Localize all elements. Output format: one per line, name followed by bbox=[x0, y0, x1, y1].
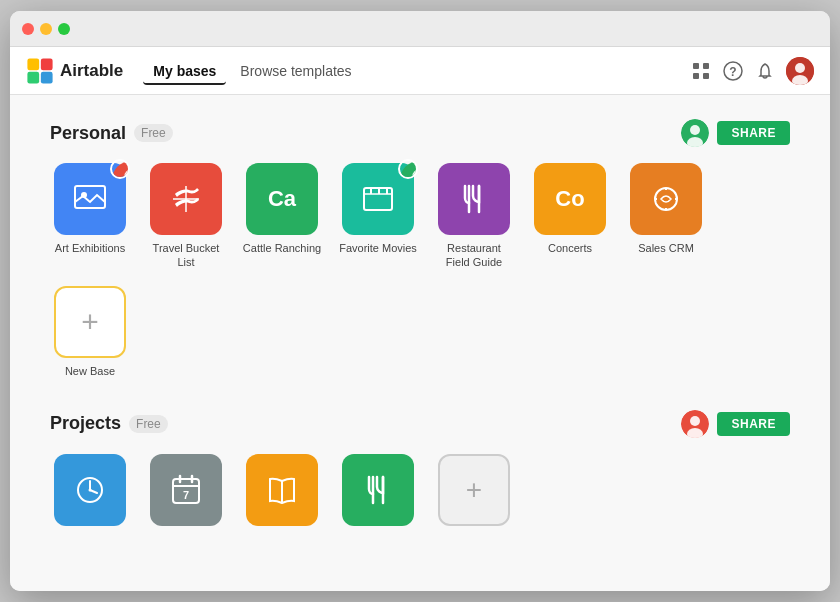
logo-area: Airtable bbox=[26, 57, 123, 85]
svg-rect-6 bbox=[693, 73, 699, 79]
personal-bases-grid: Art Exhibitions Travel Bucket List bbox=[50, 163, 790, 378]
project-icon-1 bbox=[54, 454, 126, 526]
base-name-sales-crm: Sales CRM bbox=[638, 241, 694, 255]
base-icon-cattle: Ca bbox=[246, 163, 318, 235]
base-sales-crm[interactable]: Sales CRM bbox=[626, 163, 706, 270]
svg-text:7: 7 bbox=[183, 489, 189, 501]
personal-badge: Free bbox=[134, 124, 173, 142]
base-name-concerts: Concerts bbox=[548, 241, 592, 255]
svg-rect-1 bbox=[41, 58, 53, 70]
base-name-cattle: Cattle Ranching bbox=[243, 241, 321, 255]
projects-badge: Free bbox=[129, 415, 168, 433]
svg-point-22 bbox=[400, 161, 418, 179]
project-icon-3 bbox=[246, 454, 318, 526]
base-icon-sales-crm bbox=[630, 163, 702, 235]
user-avatar[interactable] bbox=[786, 57, 814, 85]
logo-text: Airtable bbox=[60, 61, 123, 81]
project-new-base-plus-icon: + bbox=[466, 476, 482, 504]
nav-links: My bases Browse templates bbox=[143, 57, 690, 85]
project-new-base-icon: + bbox=[438, 454, 510, 526]
projects-title-group: Projects Free bbox=[50, 413, 168, 434]
svg-text:Co: Co bbox=[555, 186, 584, 211]
project-icon-2: 7 bbox=[150, 454, 222, 526]
base-favorite-movies[interactable]: Favorite Movies bbox=[338, 163, 418, 270]
personal-share-avatar bbox=[681, 119, 709, 147]
base-name-movies: Favorite Movies bbox=[339, 241, 417, 255]
projects-title: Projects bbox=[50, 413, 121, 434]
base-travel-bucket-list[interactable]: Travel Bucket List bbox=[146, 163, 226, 270]
svg-point-14 bbox=[690, 125, 700, 135]
svg-point-39 bbox=[690, 416, 700, 426]
app-window: Airtable My bases Browse templates ? bbox=[10, 11, 830, 591]
apps-icon[interactable] bbox=[690, 60, 712, 82]
svg-rect-4 bbox=[693, 63, 699, 69]
svg-point-11 bbox=[795, 63, 805, 73]
base-icon-restaurant bbox=[438, 163, 510, 235]
project-base-1[interactable] bbox=[50, 454, 130, 532]
new-base-plus-icon: + bbox=[81, 307, 99, 337]
base-name-art-exhibitions: Art Exhibitions bbox=[55, 241, 125, 255]
svg-text:Ca: Ca bbox=[268, 186, 297, 211]
base-cattle-ranching[interactable]: Ca Cattle Ranching bbox=[242, 163, 322, 270]
personal-share-button[interactable]: SHARE bbox=[717, 121, 790, 145]
base-concerts[interactable]: Co Concerts bbox=[530, 163, 610, 270]
project-base-3[interactable] bbox=[242, 454, 322, 532]
projects-share-button[interactable]: SHARE bbox=[717, 412, 790, 436]
notifications-icon[interactable] bbox=[754, 60, 776, 82]
base-icon-travel bbox=[150, 163, 222, 235]
base-art-exhibitions[interactable]: Art Exhibitions bbox=[50, 163, 130, 270]
window-controls bbox=[22, 23, 70, 35]
movies-user-badge bbox=[398, 159, 418, 179]
maximize-button[interactable] bbox=[58, 23, 70, 35]
project-base-2[interactable]: 7 bbox=[146, 454, 226, 532]
art-exhibitions-user-badge bbox=[110, 159, 130, 179]
nav-browse-templates[interactable]: Browse templates bbox=[230, 57, 361, 85]
svg-rect-0 bbox=[27, 58, 39, 70]
project-new-base[interactable]: + bbox=[434, 454, 514, 532]
project-icon-4 bbox=[342, 454, 414, 526]
svg-rect-7 bbox=[703, 73, 709, 79]
main-content: Personal Free SHARE bbox=[10, 95, 830, 591]
projects-bases-grid: 7 bbox=[50, 454, 790, 532]
base-name-new-base: New Base bbox=[65, 364, 115, 378]
nav-right: ? bbox=[690, 57, 814, 85]
projects-section-header: Projects Free SHARE bbox=[50, 410, 790, 438]
projects-section: Projects Free SHARE bbox=[50, 410, 790, 532]
base-name-travel: Travel Bucket List bbox=[146, 241, 226, 270]
personal-title: Personal bbox=[50, 123, 126, 144]
base-new-base[interactable]: + New Base bbox=[50, 286, 130, 378]
base-icon-movies bbox=[342, 163, 414, 235]
svg-rect-2 bbox=[27, 71, 39, 83]
close-button[interactable] bbox=[22, 23, 34, 35]
personal-section: Personal Free SHARE bbox=[50, 119, 790, 378]
help-icon[interactable]: ? bbox=[722, 60, 744, 82]
projects-share-avatar bbox=[681, 410, 709, 438]
svg-rect-5 bbox=[703, 63, 709, 69]
svg-point-33 bbox=[655, 188, 677, 210]
personal-section-header: Personal Free SHARE bbox=[50, 119, 790, 147]
project-base-4[interactable] bbox=[338, 454, 418, 532]
base-restaurant[interactable]: Restaurant Field Guide bbox=[434, 163, 514, 270]
new-base-icon: + bbox=[54, 286, 126, 358]
svg-text:?: ? bbox=[729, 65, 736, 79]
personal-section-right: SHARE bbox=[681, 119, 790, 147]
nav-my-bases[interactable]: My bases bbox=[143, 57, 226, 85]
minimize-button[interactable] bbox=[40, 23, 52, 35]
base-name-restaurant: Restaurant Field Guide bbox=[434, 241, 514, 270]
svg-point-44 bbox=[89, 488, 92, 491]
base-icon-concerts: Co bbox=[534, 163, 606, 235]
logo-icon bbox=[26, 57, 54, 85]
base-icon-art-exhibitions bbox=[54, 163, 126, 235]
nav-bar: Airtable My bases Browse templates ? bbox=[10, 47, 830, 95]
personal-title-group: Personal Free bbox=[50, 123, 173, 144]
svg-point-16 bbox=[112, 161, 130, 179]
projects-section-right: SHARE bbox=[681, 410, 790, 438]
title-bar bbox=[10, 11, 830, 47]
svg-rect-3 bbox=[41, 71, 53, 83]
